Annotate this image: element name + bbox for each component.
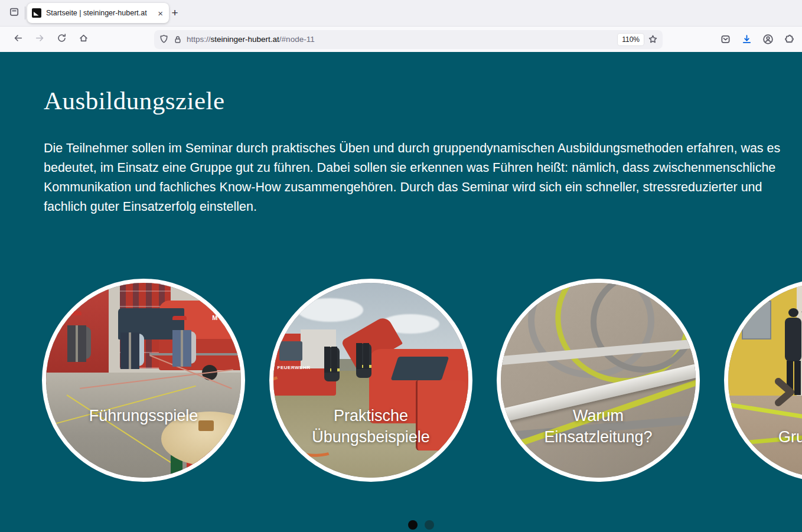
photo-shape <box>279 341 303 361</box>
home-icon <box>79 33 89 45</box>
pocket-icon[interactable] <box>720 34 731 45</box>
url-text[interactable]: https://steininger-hubert.at/#node-11 <box>187 35 614 44</box>
reload-icon <box>57 33 67 45</box>
photo-shape-firefighter <box>785 318 801 361</box>
lock-icon[interactable] <box>173 35 182 44</box>
tracking-shield-icon[interactable] <box>159 34 169 44</box>
forward-button[interactable] <box>30 30 49 49</box>
back-icon <box>13 33 23 45</box>
downloads-icon[interactable] <box>741 34 752 45</box>
page-content: Ausbildungsziele Die Teilnehmer sollen i… <box>0 52 802 532</box>
slide-caption: Praktische Übungsbeispiele <box>294 405 448 448</box>
slide-photo-fire-station: MTF <box>46 283 241 478</box>
carousel-slide-fuehrungsspiele[interactable]: MTF Führungsspiele <box>42 279 245 482</box>
extensions-puzzle-icon[interactable] <box>784 34 795 45</box>
new-tab-button[interactable]: + <box>167 5 183 21</box>
chevron-right-icon <box>774 377 795 409</box>
browser-chrome: Startseite | steininger-hubert.at × + <box>0 0 802 52</box>
carousel-slide-praktische-uebungsbeispiele[interactable]: FEUERWEHR Praktische Übungsbeispiele <box>269 279 472 482</box>
photo-text-truck: FEUERWEHR <box>278 365 311 370</box>
home-button[interactable] <box>74 30 93 49</box>
forward-icon <box>35 33 45 45</box>
tab-close-icon[interactable]: × <box>157 8 164 18</box>
photo-text-van: MTF <box>212 314 227 321</box>
site-favicon <box>32 8 41 18</box>
photo-shape <box>390 357 449 380</box>
firefox-view-button[interactable] <box>5 4 24 22</box>
bookmark-star-icon[interactable] <box>648 34 658 44</box>
carousel-slide-warum-einsatzleitung[interactable]: Warum Einsatzleitung? <box>497 279 700 482</box>
url-bar[interactable]: https://steininger-hubert.at/#node-11 11… <box>154 30 663 49</box>
tab-title: Startseite | steininger-hubert.at <box>46 9 152 17</box>
slide-caption: Warum Einsatzleitung? <box>521 405 675 448</box>
tab-bar: Startseite | steininger-hubert.at × + <box>0 0 802 27</box>
slide-caption: Führungsspiele <box>67 405 220 426</box>
photo-shape <box>297 298 363 322</box>
carousel: MTF Führungsspiele <box>0 52 802 532</box>
slide-photo-rescue-exercise: FEUERWEHR <box>273 283 468 478</box>
slide-photo-fire-hoses <box>501 283 696 478</box>
zoom-indicator[interactable]: 110% <box>618 34 644 45</box>
carousel-next-button[interactable] <box>772 378 796 409</box>
navigation-toolbar: https://steininger-hubert.at/#node-11 11… <box>0 27 802 52</box>
slide-caption: Gru <box>778 426 802 448</box>
url-path: /#node-11 <box>279 35 315 44</box>
url-scheme: https:// <box>187 35 211 44</box>
firefox-view-icon <box>9 6 19 19</box>
tabbar-separator <box>25 6 25 19</box>
reload-button[interactable] <box>52 30 71 49</box>
photo-shape <box>742 301 771 340</box>
active-tab[interactable]: Startseite | steininger-hubert.at × <box>27 3 169 23</box>
carousel-dot-1-active[interactable] <box>408 520 418 530</box>
back-button[interactable] <box>8 30 27 49</box>
url-domain: steininger-hubert.at <box>211 35 279 44</box>
carousel-dot-2[interactable] <box>425 520 434 530</box>
account-icon[interactable] <box>762 34 774 45</box>
